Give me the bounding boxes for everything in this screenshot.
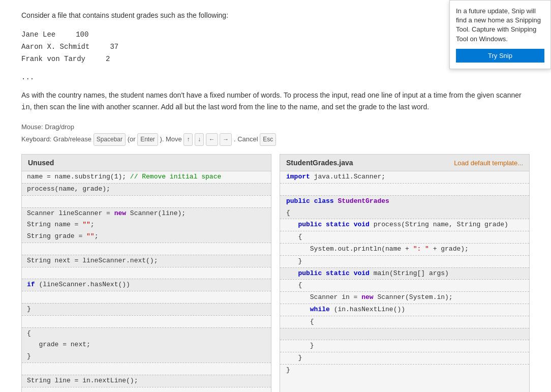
code-line (280, 183, 529, 195)
mouse-control: Mouse: Drag/drop (21, 121, 530, 133)
up-arrow-key[interactable]: ↑ (183, 133, 193, 146)
code-in: in (21, 103, 30, 111)
student-name-2: Aaron X. Schmidt (21, 41, 89, 53)
esc-key[interactable]: Esc (260, 133, 276, 146)
student-name-1: Jane Lee (21, 29, 55, 41)
code-line: String name = ""; (22, 219, 271, 231)
spacebar-key[interactable]: Spacebar (94, 133, 126, 146)
code-line: process(name, grade); (22, 183, 271, 195)
left-panel-title: Unused (28, 159, 54, 167)
code-line: while (in.hasNextLine()) (280, 304, 529, 316)
code-line (280, 328, 529, 340)
controls-section: Mouse: Drag/drop Keyboard: Grab/release … (21, 121, 530, 146)
code-line: { (280, 231, 529, 243)
code-line: System.out.println(name + ": " + grade); (280, 243, 529, 255)
load-template-link[interactable]: Load default template... (454, 159, 523, 167)
left-arrow-key[interactable]: ← (206, 133, 218, 146)
try-snip-button[interactable]: Try Snip (456, 49, 544, 63)
code-line: } (280, 255, 529, 267)
enter-key[interactable]: Enter (137, 133, 158, 146)
student-grade-3: 2 (106, 53, 110, 66)
code-line: } (22, 303, 271, 315)
left-code-body: name = name.substring(1); // Remove init… (22, 171, 271, 392)
code-line: { (280, 207, 529, 219)
code-line: public class StudentGrades (280, 195, 529, 207)
description-text: As with the country names, the student n… (21, 89, 530, 113)
cancel-text: . Cancel (234, 135, 260, 143)
or-text: (or (128, 135, 138, 143)
right-arrow-key[interactable]: → (220, 133, 232, 146)
code-line: } (22, 351, 271, 363)
move-text: ). Move (160, 135, 183, 143)
code-line: Scanner lineScanner = new Scanner(line); (22, 207, 271, 220)
mouse-label: Mouse: Drag/drop (21, 123, 74, 131)
right-code-panel: StudentGrades.java Load default template… (280, 154, 530, 392)
code-line: } (280, 364, 529, 376)
page-container: In a future update, Snip will find a new… (0, 0, 551, 392)
notification-popup: In a future update, Snip will find a new… (449, 0, 551, 69)
code-line: public static void process(String name, … (280, 219, 529, 231)
code-line (22, 387, 271, 393)
code-line: { (22, 327, 271, 340)
code-line: { (280, 279, 529, 291)
code-line: public static void main(String[] args) (280, 267, 529, 280)
right-panel-title: StudentGrades.java (286, 159, 353, 167)
code-line: import java.util.Scanner; (280, 171, 529, 183)
code-line: grade = next; (22, 339, 271, 351)
code-line (22, 291, 271, 303)
keyboard-control: Keyboard: Grab/release Spacebar (or Ente… (21, 133, 530, 146)
notification-text: In a future update, Snip will find a new… (456, 7, 544, 44)
code-line (22, 195, 271, 207)
code-line: } (280, 352, 529, 364)
code-line (22, 243, 271, 255)
student-name-3: Frank von Tardy (21, 53, 85, 66)
student-grade-2: 37 (110, 41, 118, 53)
keyboard-label: Keyboard: Grab/release (21, 135, 91, 143)
right-panel-header: StudentGrades.java Load default template… (280, 155, 529, 171)
student-grade-1: 100 (76, 29, 88, 41)
ellipsis: ... (21, 73, 530, 81)
code-line (22, 315, 271, 327)
code-line (22, 267, 271, 279)
code-line: String line = in.nextLine(); (22, 375, 271, 387)
code-line: { (280, 316, 529, 328)
left-code-panel: Unused name = name.substring(1); // Remo… (21, 154, 271, 392)
left-panel-header: Unused (22, 155, 271, 171)
right-code-body: import java.util.Scanner; public class S… (280, 171, 529, 376)
down-arrow-key[interactable]: ↓ (195, 133, 204, 146)
code-line (22, 363, 271, 375)
code-line: Scanner in = new Scanner(System.in); (280, 291, 529, 304)
code-line: String next = lineScanner.next(); (22, 255, 271, 267)
code-panels: Unused name = name.substring(1); // Remo… (21, 154, 530, 392)
code-line: String grade = ""; (22, 231, 271, 243)
code-line: if (lineScanner.hasNext()) (22, 279, 271, 291)
code-line: name = name.substring(1); // Remove init… (22, 171, 271, 183)
code-line: } (280, 340, 529, 352)
